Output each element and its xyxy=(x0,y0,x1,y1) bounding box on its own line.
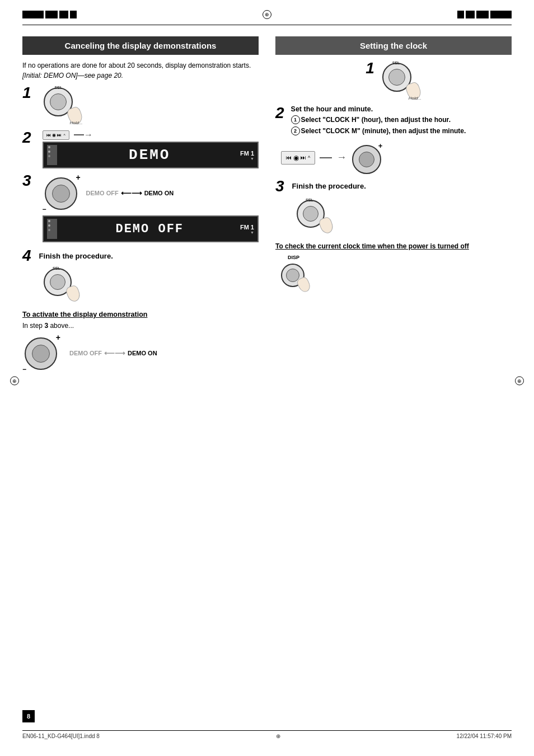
prev-btn: ⏮ xyxy=(286,154,292,161)
center-reg-bottom: ⊕ xyxy=(276,733,280,739)
left-reg-mark: ⊕ xyxy=(10,377,19,386)
intro-main: If no operations are done for about 20 s… xyxy=(22,62,251,69)
lr-arrow: ⟵⟶ xyxy=(121,189,142,198)
left-bar xyxy=(47,145,57,165)
block-5 xyxy=(457,11,464,18)
vol-inner xyxy=(359,152,374,167)
block-7 xyxy=(476,11,489,18)
step3-knob-demo: + − DEMO OFF ⟵⟶ DEMO ON xyxy=(43,173,259,213)
block-2 xyxy=(45,11,58,18)
left-title: Canceling the display demonstrations xyxy=(65,41,217,50)
right-column: Setting the clock 1 SEL Hold... 2 Set th… xyxy=(270,36,512,373)
activate-heading: To activate the display demonstration xyxy=(22,311,259,318)
disp-knob-illustration xyxy=(281,261,312,292)
demo-toggle-text: DEMO OFF ⟵⟶ DEMO ON xyxy=(86,189,174,198)
sel-label: SEL xyxy=(55,86,63,90)
rs3-inner xyxy=(303,206,318,222)
right-arrow: → xyxy=(84,130,93,140)
instr2-text: Select "CLOCK M" (minute), then adjust t… xyxy=(301,126,466,136)
step2-illustration: ⏮ ◉ ⏭ ^ → + xyxy=(281,142,512,174)
block-3 xyxy=(59,11,68,18)
extra-info2: ▼ xyxy=(240,231,254,234)
check-heading: To check the current clock time when the… xyxy=(275,242,512,250)
plus3: + xyxy=(378,142,383,150)
activate-inner xyxy=(32,345,50,363)
finger4 xyxy=(318,216,335,235)
step2-number: 2 xyxy=(22,130,31,145)
in-step-suffix: above... xyxy=(50,322,74,330)
arrow-line xyxy=(74,134,84,135)
block-8 xyxy=(490,11,512,18)
left-section-header: Canceling the display demonstrations xyxy=(22,36,259,55)
step3-content: + − DEMO OFF ⟵⟶ DEMO ON xyxy=(43,173,259,242)
demo-off-display: DEMO OFF xyxy=(115,222,184,236)
right-step2-header: 2 Set the hour and minute. 1 Select "CLO… xyxy=(275,105,512,138)
right-step3-row: 3 Finish the procedure. xyxy=(275,179,512,194)
transport-knob-row: ⏮ ◉ ⏭ ^ xyxy=(43,130,69,140)
dot6 xyxy=(48,229,50,231)
block-1 xyxy=(22,11,44,18)
demo-off-activate: DEMO OFF xyxy=(69,350,102,356)
display-demo: DEMO FM 1 ▼ xyxy=(43,142,259,168)
right-section-header: Setting the clock xyxy=(275,36,512,55)
caret-icon: ^ xyxy=(64,133,65,137)
step4-row: 4 Finish the procedure. xyxy=(22,248,259,264)
instr1-text: Select "CLOCK H" (hour), then adjust the… xyxy=(301,115,451,125)
step4-knob-illustration: SEL xyxy=(43,266,79,303)
right-arrow2: → xyxy=(336,152,346,163)
right-step3-section: 3 Finish the procedure. SEL xyxy=(275,179,512,234)
right-title: Setting the clock xyxy=(360,41,427,50)
right-step3-knob: SEL xyxy=(296,198,332,234)
side-reg-left: ⊕ xyxy=(10,376,19,386)
intro-text: If no operations are done for about 20 s… xyxy=(22,60,259,81)
side-reg-right: ⊕ xyxy=(515,376,524,386)
in-step-prefix: In step xyxy=(22,322,43,330)
demo-on-activate: DEMO ON xyxy=(128,350,157,356)
left-step2-row: 2 ⏮ ◉ ⏭ ^ → xyxy=(22,130,259,168)
right-step3-number: 3 xyxy=(275,179,284,194)
plus2: + xyxy=(56,333,60,342)
sel-knob-inner xyxy=(50,93,67,110)
right-step2-number: 2 xyxy=(275,105,284,121)
demo-display-text: DEMO xyxy=(129,147,170,163)
step4-knob-inner xyxy=(50,274,65,290)
dot3 xyxy=(48,155,50,157)
left-bar2 xyxy=(47,219,57,239)
step3-number: 3 xyxy=(22,173,31,189)
display-right-info: FM 1 ▼ xyxy=(240,150,254,161)
instruction1: 1 Select "CLOCK H" (hour), then adjust t… xyxy=(291,115,466,125)
rotary-inner xyxy=(52,185,70,203)
plus-sign: + xyxy=(76,173,80,182)
left-step1-row: 1 SEL Hold... xyxy=(22,85,259,125)
prev-icon: ⏮ xyxy=(46,133,51,138)
in-step-bold: 3 xyxy=(44,322,48,330)
fm-label2: FM 1 xyxy=(240,224,254,231)
knob-btn: ◉ xyxy=(293,154,299,162)
rs1-inner xyxy=(388,69,405,86)
left-column: Canceling the display demonstrations If … xyxy=(22,36,259,373)
activate-demo-text: DEMO OFF ⟵⟶ DEMO ON xyxy=(69,349,157,358)
sel-label3: SEL xyxy=(392,61,400,65)
footer-text-row: EN06-11_KD-G464[UI]1.indd 8 ⊕ 12/22/04 1… xyxy=(0,731,534,739)
block-4 xyxy=(70,11,77,18)
sel-label4: SEL xyxy=(306,198,313,202)
hold-label-left: Hold... xyxy=(69,120,82,125)
vol-knob-illustration: + xyxy=(351,142,383,174)
instr2-num: 2 xyxy=(291,126,300,135)
demo-off-text: DEMO OFF xyxy=(86,190,119,196)
black-blocks-right xyxy=(457,11,512,18)
center-reg-mark: ⊕ xyxy=(263,10,271,19)
minus-sign: − xyxy=(43,205,46,213)
lr-arrow2: ⟵⟶ xyxy=(104,349,125,358)
footer-date: 12/22/04 11:57:40 PM xyxy=(457,733,512,739)
black-blocks-left xyxy=(22,11,77,18)
knob-icon: ◉ xyxy=(52,133,56,138)
next-btn: ⏭ xyxy=(301,154,306,161)
disp-label: DISP xyxy=(288,255,512,260)
step4-text: Finish the procedure. xyxy=(39,252,113,260)
main-content: Canceling the display demonstrations If … xyxy=(0,25,534,384)
right-reg-mark: ⊕ xyxy=(515,377,524,386)
top-bar: ⊕ xyxy=(0,0,534,25)
step1-knob-illustration: SEL Hold... xyxy=(43,85,83,125)
up-btn: ^ xyxy=(308,155,310,161)
